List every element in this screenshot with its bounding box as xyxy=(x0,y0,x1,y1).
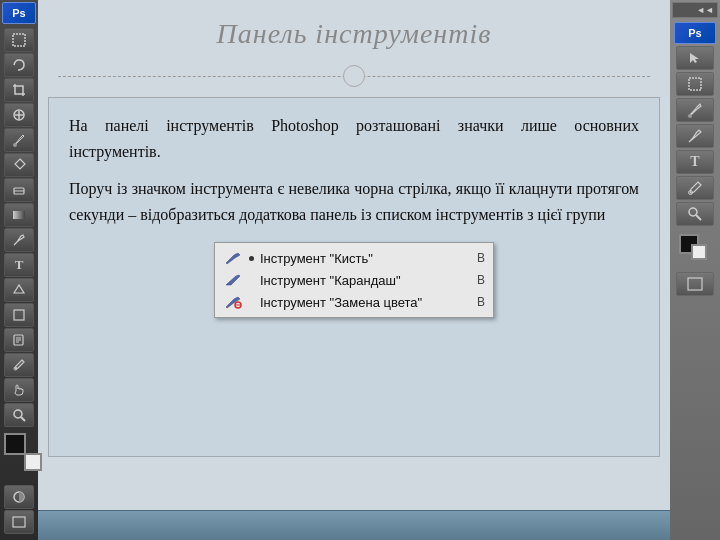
colorreplace-submenu-icon xyxy=(223,294,243,310)
svg-point-14 xyxy=(14,410,22,418)
pencil-submenu-icon xyxy=(223,272,243,288)
colorreplace-tool-label: Інструмент "Замена цвета" xyxy=(260,295,471,310)
brush-tool-key: B xyxy=(477,251,485,265)
right-tool-select[interactable] xyxy=(676,46,714,70)
svg-rect-0 xyxy=(13,34,25,46)
shape-icon xyxy=(11,307,27,323)
tool-screen-mode[interactable] xyxy=(4,510,34,534)
right-tool-eyedropper[interactable] xyxy=(676,176,714,200)
right-type-icon: T xyxy=(690,154,699,170)
tool-path[interactable] xyxy=(4,278,34,302)
right-marquee-icon xyxy=(687,76,703,92)
svg-rect-17 xyxy=(13,517,25,527)
svg-rect-7 xyxy=(13,211,25,219)
svg-point-23 xyxy=(689,208,697,216)
panel-collapse-arrows[interactable]: ◄◄ xyxy=(672,2,718,18)
svg-rect-25 xyxy=(688,278,702,290)
right-tool-zoom[interactable] xyxy=(676,202,714,226)
divider-circle xyxy=(343,65,365,87)
right-tool-screen-mode[interactable] xyxy=(676,272,714,296)
tool-brush[interactable] xyxy=(4,128,34,152)
content-paragraph-2: Поруч із значком інструмента є невелика … xyxy=(69,176,639,227)
tool-hand[interactable] xyxy=(4,378,34,402)
right-zoom-icon xyxy=(687,206,703,222)
right-pen-icon xyxy=(687,128,703,144)
ps-logo-left: Ps xyxy=(2,2,36,24)
tool-submenu: Інструмент "Кисть" B Інструмент "Каранда… xyxy=(214,242,494,318)
tool-notes[interactable] xyxy=(4,328,34,352)
submenu-item-pencil[interactable]: Інструмент "Карандаш" B xyxy=(215,269,493,291)
type-icon: T xyxy=(11,257,27,273)
right-color-swatches[interactable] xyxy=(677,234,713,266)
right-panel: ◄◄ Ps T xyxy=(670,0,720,540)
content-box: На панелі інструментів Photoshop розташо… xyxy=(48,97,660,457)
right-tool-pen[interactable] xyxy=(676,124,714,148)
brush-tool-label: Інструмент "Кисть" xyxy=(260,251,471,266)
right-brush-icon xyxy=(687,102,703,118)
brush-icon xyxy=(11,132,27,148)
tool-type[interactable]: T xyxy=(4,253,34,277)
crop-icon xyxy=(11,82,27,98)
tool-eraser[interactable] xyxy=(4,178,34,202)
svg-line-15 xyxy=(21,417,25,421)
background-color[interactable] xyxy=(24,453,42,471)
ps-logo-right-text: Ps xyxy=(688,27,701,39)
page-title: Панель інструментів xyxy=(58,18,650,50)
collapse-arrows-icon: ◄◄ xyxy=(696,5,714,15)
eyedropper-icon xyxy=(11,357,27,373)
ps-logo-text: Ps xyxy=(12,7,25,19)
svg-line-24 xyxy=(696,215,701,220)
colorreplace-spacer xyxy=(249,300,254,305)
ps-logo-right: Ps xyxy=(674,22,716,44)
tool-eyedropper[interactable] xyxy=(4,353,34,377)
tool-gradient[interactable] xyxy=(4,203,34,227)
tool-healing[interactable] xyxy=(4,103,34,127)
right-background-color[interactable] xyxy=(691,244,707,260)
colorreplace-tool-key: B xyxy=(477,295,485,309)
gradient-icon xyxy=(11,207,27,223)
pencil-tool-label: Інструмент "Карандаш" xyxy=(260,273,471,288)
divider xyxy=(58,65,650,87)
pencil-spacer xyxy=(249,278,254,283)
right-tool-type[interactable]: T xyxy=(676,150,714,174)
screen-mode-icon xyxy=(11,514,27,530)
bottom-bar xyxy=(38,510,670,540)
path-icon xyxy=(11,282,27,298)
main-content-area: Панель інструментів На панелі інструмент… xyxy=(38,0,670,510)
right-tool-marquee[interactable] xyxy=(676,72,714,96)
brush-submenu-icon xyxy=(223,250,243,266)
stamp-icon xyxy=(11,157,27,173)
svg-point-21 xyxy=(688,114,692,118)
svg-rect-20 xyxy=(689,78,701,90)
lasso-icon xyxy=(11,57,27,73)
active-dot xyxy=(249,256,254,261)
color-swatches[interactable] xyxy=(4,433,34,463)
right-screen-mode-icon xyxy=(687,276,703,292)
pen-icon xyxy=(11,232,27,248)
tool-pen[interactable] xyxy=(4,228,34,252)
tool-lasso[interactable] xyxy=(4,53,34,77)
right-tool-brush[interactable] xyxy=(676,98,714,122)
tool-shape[interactable] xyxy=(4,303,34,327)
svg-point-4 xyxy=(13,143,17,147)
submenu-item-colorreplace[interactable]: Інструмент "Замена цвета" B xyxy=(215,291,493,313)
tool-stamp[interactable] xyxy=(4,153,34,177)
left-toolbar: Ps xyxy=(0,0,38,540)
tool-crop[interactable] xyxy=(4,78,34,102)
submenu-item-brush[interactable]: Інструмент "Кисть" B xyxy=(215,247,493,269)
pencil-tool-key: B xyxy=(477,273,485,287)
right-select-icon xyxy=(687,50,703,66)
healing-icon xyxy=(11,107,27,123)
foreground-color[interactable] xyxy=(4,433,26,455)
hand-icon xyxy=(11,382,27,398)
tool-marquee-rect[interactable] xyxy=(4,28,34,52)
tool-quick-mask[interactable] xyxy=(4,485,34,509)
zoom-icon xyxy=(11,407,27,423)
quick-mask-icon xyxy=(11,489,27,505)
right-eyedropper-icon xyxy=(687,180,703,196)
notes-icon xyxy=(11,332,27,348)
title-section: Панель інструментів xyxy=(38,0,670,60)
marquee-rect-icon xyxy=(11,32,27,48)
svg-rect-8 xyxy=(14,310,24,320)
tool-zoom[interactable] xyxy=(4,403,34,427)
